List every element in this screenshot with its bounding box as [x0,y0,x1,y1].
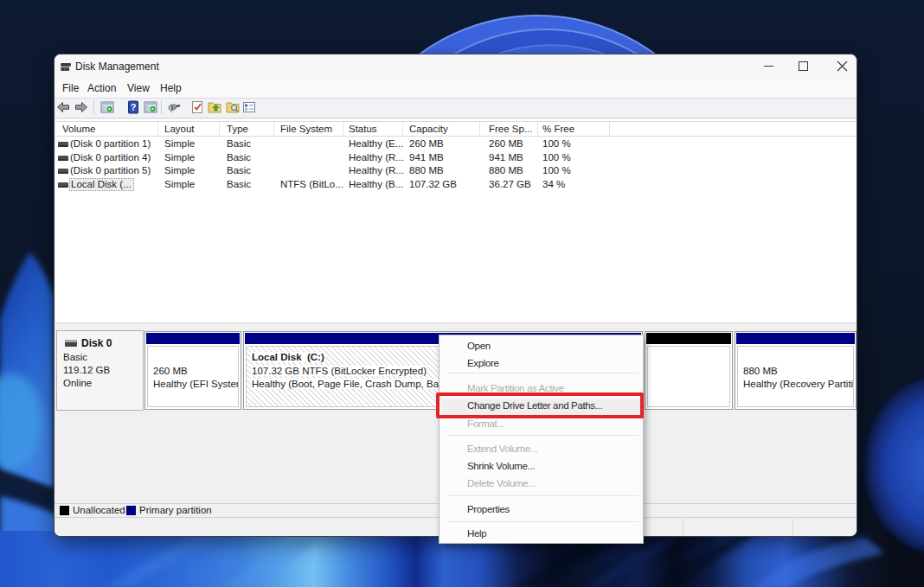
svg-text:?: ? [131,102,137,112]
